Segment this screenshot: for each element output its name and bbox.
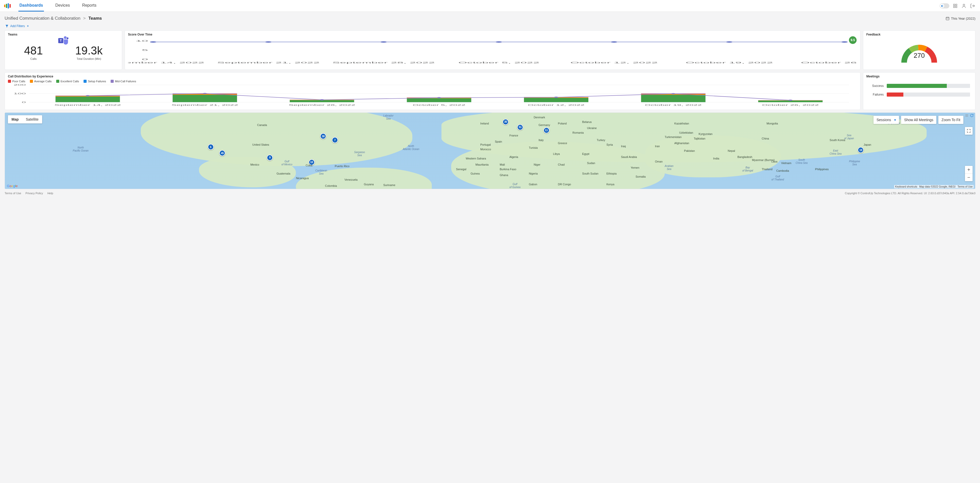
- svg-point-29: [841, 41, 848, 43]
- map-country-label: Uzbekistan: [679, 131, 693, 134]
- map-country-label: Guyana: [364, 183, 374, 186]
- map-country-label: Laos: [771, 160, 777, 163]
- map-marker[interactable]: 6: [208, 144, 214, 150]
- nav-tab-devices[interactable]: Devices: [54, 0, 71, 11]
- map-country-label: Thailand: [762, 167, 772, 171]
- map-type-satellite[interactable]: Satellite: [22, 115, 42, 123]
- calendar-icon: [945, 16, 950, 21]
- svg-text:October 5, 2022: October 5, 2022: [458, 61, 539, 64]
- map-marker[interactable]: 11: [543, 127, 549, 133]
- map-country-label: Algeria: [509, 155, 518, 158]
- map-water-label: Gulfof Guinea: [509, 183, 520, 189]
- grid-icon[interactable]: [952, 3, 958, 9]
- map-country-label: Senegal: [456, 167, 466, 171]
- legend-item[interactable]: Average Calls: [30, 80, 52, 83]
- legend-item[interactable]: Poor Calls: [8, 80, 25, 83]
- menu-icon[interactable]: [965, 114, 969, 117]
- map-country-label: Ukraine: [587, 126, 597, 129]
- svg-point-17: [150, 41, 156, 43]
- map-country-label: Colombia: [325, 184, 337, 187]
- fullscreen-icon[interactable]: [965, 127, 973, 135]
- map-water-label: EastChina Sea: [829, 149, 842, 155]
- meetings-failures-label: Failures: [869, 93, 884, 96]
- map-country-label: Tunisia: [529, 146, 538, 149]
- map-water-label: Gulfof Mexico: [281, 160, 292, 166]
- map-data-attribution: Map data ©2022 Google, INEGI: [919, 185, 956, 188]
- map-keyboard-shortcuts[interactable]: Keyboard shortcuts: [895, 185, 917, 188]
- svg-text:October 19, 2022: October 19, 2022: [686, 61, 773, 64]
- map-country-label: Guinea: [471, 172, 479, 175]
- feedback-gauge: 270: [896, 40, 942, 65]
- nav-tabs: Dashboards Devices Reports: [18, 0, 940, 11]
- svg-text:September 28, 2022: September 28, 2022: [332, 61, 435, 64]
- svg-point-27: [726, 41, 732, 43]
- map-country-label: DR Congo: [558, 183, 571, 186]
- footer-privacy[interactable]: Privacy Policy: [25, 192, 43, 195]
- svg-text:September 14, 2022: September 14, 2022: [128, 61, 204, 64]
- svg-text:October 5, 2022: October 5, 2022: [413, 104, 465, 106]
- map-country-label: Mexico: [250, 163, 259, 166]
- map-country-label: Nicaragua: [296, 177, 309, 180]
- svg-text:100: 100: [14, 92, 26, 95]
- map-country-label: Oman: [655, 160, 663, 163]
- score-card: Score Over Time 9.5 0510September 14, 20…: [125, 30, 861, 70]
- footer-help[interactable]: Help: [47, 192, 53, 195]
- refresh-icon[interactable]: [970, 114, 974, 117]
- date-range-picker[interactable]: This Year (2022): [945, 16, 975, 21]
- map-country-label: Turkey: [597, 139, 605, 142]
- footer-terms[interactable]: Terms of Use: [5, 192, 21, 195]
- logout-icon[interactable]: [970, 3, 975, 9]
- map-country-label: India: [713, 157, 719, 160]
- map-terms[interactable]: Terms of Use: [958, 185, 973, 188]
- map-country-label: Ghana: [500, 174, 508, 177]
- svg-point-77: [86, 95, 90, 96]
- map-country-label: Syria: [606, 143, 613, 146]
- map-country-label: Vietnam: [781, 161, 791, 164]
- map-country-label: Portugal: [480, 143, 491, 146]
- svg-text:200: 200: [14, 84, 26, 86]
- teams-logo-icon: T: [58, 35, 69, 46]
- legend-item[interactable]: Setup Failures: [84, 80, 106, 83]
- zoom-in-button[interactable]: +: [965, 166, 973, 174]
- map-country-label: Saudi Arabia: [621, 155, 637, 158]
- breadcrumb-current: Teams: [88, 16, 102, 21]
- plus-icon[interactable]: +: [27, 24, 29, 28]
- nav-right: ◐: [940, 3, 975, 9]
- nav-tab-dashboards[interactable]: Dashboards: [18, 0, 44, 11]
- map-country-label: Ethiopia: [606, 172, 617, 175]
- map-country-label: Bangladesh: [737, 155, 752, 158]
- user-icon[interactable]: [961, 3, 967, 9]
- svg-point-25: [611, 41, 617, 43]
- breadcrumb-separator: >: [83, 16, 86, 21]
- svg-text:September 14, 2022: September 14, 2022: [54, 104, 121, 106]
- score-card-title: Score Over Time: [128, 33, 857, 36]
- nav-tab-reports[interactable]: Reports: [81, 0, 97, 11]
- map-card: 64591038730511119CanadaUnited StatesMexi…: [5, 112, 975, 189]
- footer-left: Terms of Use Privacy Policy Help: [5, 192, 57, 195]
- calls-label: Calls: [24, 57, 43, 60]
- svg-rect-44: [173, 95, 237, 102]
- map-country-label: Cuba: [305, 164, 312, 167]
- duration-value: 19.3k: [75, 45, 103, 56]
- map-country-label: Afghanistan: [675, 142, 689, 145]
- map-country-label: Iraq: [621, 145, 626, 148]
- theme-toggle[interactable]: ◐: [940, 3, 949, 8]
- map-country-label: Turkmenistan: [665, 135, 682, 139]
- map-marker[interactable]: 51: [517, 124, 523, 130]
- svg-point-83: [788, 100, 792, 101]
- legend-item[interactable]: Mid-Call Failures: [111, 80, 136, 83]
- map-country-label: Tajikistan: [694, 137, 705, 140]
- distribution-chart: 0100200September 14, 2022September 21, 2…: [8, 84, 857, 106]
- map-water-label: NorthAtlantic Ocean: [402, 145, 419, 151]
- svg-text:October 26, 2022: October 26, 2022: [801, 61, 857, 64]
- duration-metric: 19.3k Total Duration (Min): [75, 45, 103, 60]
- legend-item[interactable]: Excellent Calls: [56, 80, 79, 83]
- zoom-out-button[interactable]: −: [965, 174, 973, 181]
- svg-point-78: [203, 93, 207, 94]
- map-water-label: CaribbeanSea: [315, 169, 327, 175]
- map-type-map[interactable]: Map: [8, 115, 22, 123]
- breadcrumb-parent[interactable]: Unified Communication & Collaboration: [5, 16, 81, 21]
- map-country-label: China: [762, 137, 769, 140]
- map-country-label: Nepal: [728, 149, 735, 152]
- add-filters-button[interactable]: Add Filters: [10, 24, 25, 28]
